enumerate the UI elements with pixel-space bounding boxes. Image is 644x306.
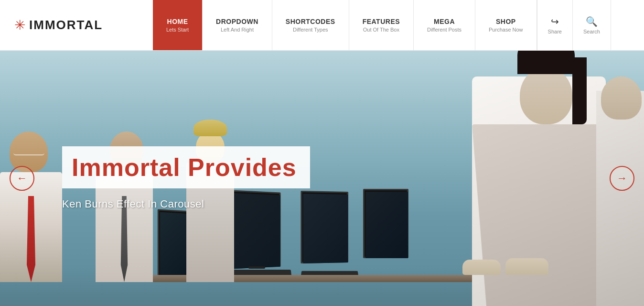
nav-item-shortcodes[interactable]: SHORTCODES Different Types — [272, 0, 349, 50]
nav-sub-dropdown: Left And Right — [221, 27, 254, 33]
nav-sub-features: Out Of The Box — [363, 27, 399, 33]
nav-main-home: HOME — [167, 18, 188, 25]
hero-title-box: Immortal Provides — [62, 146, 310, 188]
nav-sub-home: Lets Start — [166, 27, 189, 33]
navbar: ✳ IMMORTAL HOME Lets Start DROPDOWN Left… — [0, 0, 644, 51]
nav-main-shortcodes: SHORTCODES — [286, 18, 335, 25]
nav-item-features[interactable]: FEATURES Out Of The Box — [349, 0, 414, 50]
nav-main-shop: SHOP — [496, 18, 516, 25]
nav-item-mega[interactable]: MEGA Different Posts — [414, 0, 475, 50]
nav-item-home[interactable]: HOME Lets Start — [153, 0, 203, 50]
nav-main-dropdown: DROPDOWN — [216, 18, 258, 25]
nav-item-share[interactable]: ↪ Share — [537, 0, 573, 50]
search-label: Search — [583, 29, 600, 34]
nav-sub-shop: Purchase Now — [489, 27, 523, 33]
nav-main-features: FEATURES — [363, 18, 400, 25]
nav-sub-shortcodes: Different Types — [293, 27, 328, 33]
nav-sub-mega: Different Posts — [427, 27, 462, 33]
search-icon: 🔍 — [586, 16, 598, 27]
nav-item-dropdown[interactable]: DROPDOWN Left And Right — [203, 0, 272, 50]
nav-item-search[interactable]: 🔍 Search — [573, 0, 611, 50]
hero-section: Immortal Provides Ken Burns Effect In Ca… — [0, 51, 644, 306]
nav-items: HOME Lets Start DROPDOWN Left And Right … — [153, 0, 644, 50]
carousel-prev-button[interactable]: ← — [10, 166, 34, 191]
logo-icon: ✳ — [14, 17, 25, 33]
carousel-next-button[interactable]: → — [610, 166, 634, 191]
prev-arrow-icon: ← — [17, 172, 27, 185]
hero-content: Immortal Provides Ken Burns Effect In Ca… — [62, 146, 310, 210]
nav-item-shop[interactable]: SHOP Purchase Now — [475, 0, 537, 50]
hero-subtitle: Ken Burns Effect In Carousel — [62, 198, 310, 210]
share-label: Share — [548, 29, 562, 34]
hero-title: Immortal Provides — [72, 153, 297, 182]
next-arrow-icon: → — [617, 172, 627, 185]
share-icon: ↪ — [551, 16, 559, 27]
logo[interactable]: ✳ IMMORTAL — [0, 0, 153, 50]
nav-main-mega: MEGA — [434, 18, 455, 25]
logo-text: IMMORTAL — [29, 18, 103, 33]
